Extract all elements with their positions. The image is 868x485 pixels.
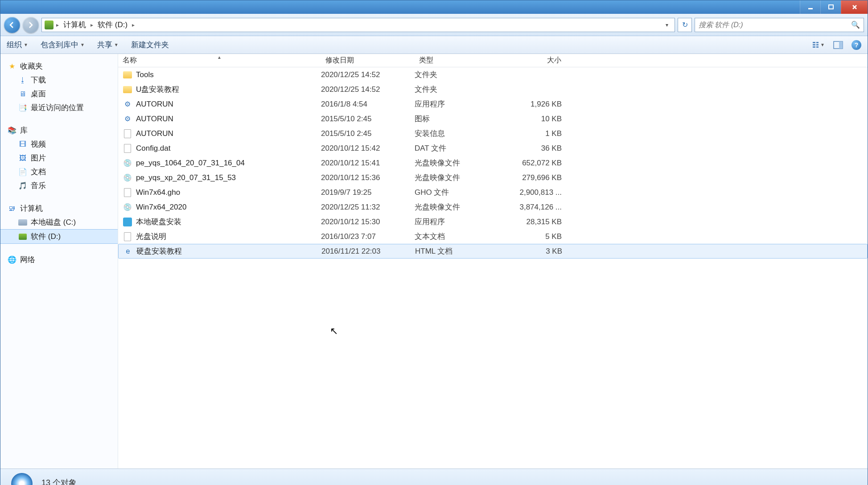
file-date: 2016/11/21 22:03 [321,247,415,256]
star-icon: ★ [8,62,16,71]
file-list: 名称▲ 修改日期 类型 大小 Tools2020/12/25 14:52文件夹U… [118,54,868,469]
address-dropdown[interactable]: ▾ [662,22,672,28]
maximize-button[interactable] [820,0,841,14]
breadcrumb-drive[interactable]: 软件 (D:) [96,19,129,31]
status-drive-icon [9,471,33,485]
svg-rect-2 [813,42,815,43]
file-type: 光盘映像文件 [415,173,508,183]
chevron-down-icon: ▼ [820,42,825,47]
organize-menu[interactable]: 组织▼ [7,40,28,50]
chevron-down-icon: ▼ [114,42,119,47]
sidebar-computer-header[interactable]: 🖳计算机 [0,201,118,215]
file-icon [123,70,132,80]
sidebar-item-videos[interactable]: 🎞视频 [0,137,118,151]
file-name: pe_yqs_1064_20_07_31_16_04 [136,159,245,168]
forward-button[interactable] [23,17,39,33]
file-date: 2016/1/8 4:54 [321,100,415,109]
file-type: 图标 [415,114,508,124]
search-input[interactable] [699,21,851,29]
file-name: 本地硬盘安装 [136,217,181,227]
sidebar-item-drive-c[interactable]: 本地磁盘 (C:) [0,215,118,229]
file-icon: e [123,247,133,256]
column-name[interactable]: 名称▲ [118,56,321,65]
file-row[interactable]: ⚙AUTORUN2016/1/8 4:54应用程序1,926 KB [118,97,868,111]
desktop-icon: 🖥 [18,90,27,99]
file-size: 28,315 KB [508,218,566,226]
download-icon: ⭳ [18,76,27,85]
sidebar-item-desktop[interactable]: 🖥桌面 [0,87,118,101]
column-date[interactable]: 修改日期 [321,56,415,65]
file-row[interactable]: 光盘说明2016/10/23 7:07文本文档5 KB [118,229,868,244]
file-row[interactable]: 💿pe_yqs_xp_20_07_31_15_532020/10/12 15:3… [118,170,868,185]
file-size: 36 KB [508,144,566,153]
address-bar[interactable]: ▸ 计算机 ▸ 软件 (D:) ▸ ▾ [41,18,675,32]
sidebar: ★收藏夹 ⭳下载 🖥桌面 📑最近访问的位置 📚库 🎞视频 🖼图片 📄文档 🎵音乐… [0,54,118,469]
sidebar-network-header[interactable]: 🌐网络 [0,253,118,267]
file-name: Win7x64.gho [136,188,180,197]
file-icon [123,85,132,95]
search-box[interactable]: 🔍 [695,18,864,32]
new-folder-button[interactable]: 新建文件夹 [131,40,169,50]
file-date: 2020/10/12 15:42 [321,144,415,153]
help-button[interactable]: ? [852,40,861,50]
status-bar: 13 个对象 [0,469,868,485]
file-type: 安装信息 [415,128,508,139]
file-row[interactable]: 本地硬盘安装2020/10/12 15:30应用程序28,315 KB [118,214,868,229]
chevron-down-icon: ▼ [80,42,85,47]
main-area: ★收藏夹 ⭳下载 🖥桌面 📑最近访问的位置 📚库 🎞视频 🖼图片 📄文档 🎵音乐… [0,54,868,469]
file-date: 2015/5/10 2:45 [321,115,415,123]
file-row[interactable]: e硬盘安装教程2016/11/21 22:03HTML 文档3 KB [118,244,868,259]
file-row[interactable]: Tools2020/12/25 14:52文件夹 [118,67,868,82]
include-in-library-menu[interactable]: 包含到库中▼ [41,40,85,50]
navbar: ▸ 计算机 ▸ 软件 (D:) ▸ ▾ ↻ 🔍 [0,14,868,36]
file-row[interactable]: 💿pe_yqs_1064_20_07_31_16_042020/10/12 15… [118,156,868,170]
file-row[interactable]: AUTORUN2015/5/10 2:45安装信息1 KB [118,126,868,141]
sidebar-item-downloads[interactable]: ⭳下载 [0,73,118,87]
file-row[interactable]: ⚙AUTORUN2015/5/10 2:45图标10 KB [118,111,868,126]
file-name: Win7x64_2020 [136,203,186,212]
close-button[interactable] [841,0,868,14]
recent-icon: 📑 [18,103,27,112]
toolbar: 组织▼ 包含到库中▼ 共享▼ 新建文件夹 ▼ ? [0,36,868,54]
file-date: 2019/9/7 19:25 [321,188,415,197]
picture-icon: 🖼 [18,154,27,163]
file-size: 652,072 KB [508,159,566,168]
column-type[interactable]: 类型 [415,56,508,65]
file-icon [123,129,132,139]
column-size[interactable]: 大小 [508,56,566,65]
file-type: DAT 文件 [415,143,508,153]
file-type: HTML 文档 [415,246,509,256]
breadcrumb-computer[interactable]: 计算机 [62,19,88,31]
svg-rect-5 [816,42,819,43]
file-row[interactable]: Win7x64.gho2019/9/7 19:25GHO 文件2,900,813… [118,185,868,200]
file-row[interactable]: U盘安装教程2020/12/25 14:52文件夹 [118,82,868,97]
file-row[interactable]: 💿Win7x64_20202020/12/25 11:32光盘映像文件3,874… [118,200,868,214]
sidebar-item-documents[interactable]: 📄文档 [0,165,118,179]
file-type: 文本文档 [415,231,508,242]
minimize-button[interactable] [800,0,820,14]
sidebar-favorites-header[interactable]: ★收藏夹 [0,59,118,73]
preview-pane-button[interactable] [832,40,844,50]
file-type: 光盘映像文件 [415,158,508,168]
sidebar-item-drive-d[interactable]: 软件 (D:) [0,229,118,244]
svg-rect-6 [816,44,819,45]
file-name: Config.dat [136,144,171,153]
file-row[interactable]: Config.dat2020/10/12 15:42DAT 文件36 KB [118,141,868,156]
sidebar-item-recent[interactable]: 📑最近访问的位置 [0,101,118,115]
view-options-button[interactable]: ▼ [812,40,825,50]
file-name: Tools [136,70,154,79]
file-name: AUTORUN [136,115,173,123]
share-menu[interactable]: 共享▼ [97,40,119,50]
sidebar-libraries-header[interactable]: 📚库 [0,123,118,137]
file-date: 2020/10/12 15:30 [321,218,415,226]
refresh-button[interactable]: ↻ [678,18,692,32]
sidebar-item-pictures[interactable]: 🖼图片 [0,151,118,165]
sidebar-item-music[interactable]: 🎵音乐 [0,179,118,193]
drive-icon [18,232,27,241]
file-size: 1,926 KB [508,100,566,109]
file-size: 10 KB [508,115,566,123]
back-button[interactable] [4,17,20,33]
file-type: 应用程序 [415,217,508,227]
file-size: 3 KB [509,247,567,256]
sort-indicator-icon: ▲ [217,55,222,60]
